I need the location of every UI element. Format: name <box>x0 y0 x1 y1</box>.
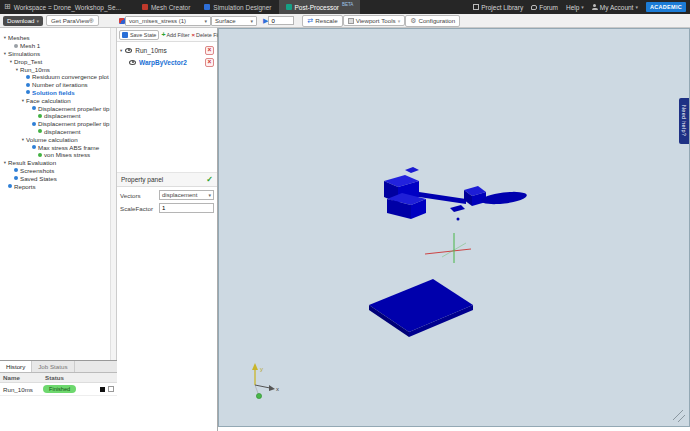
tree-item-label: Reports <box>14 183 36 190</box>
tab-label: Mesh Creator <box>151 4 190 11</box>
add-filter-button[interactable]: + Add Filter <box>161 31 189 38</box>
green-dot-icon <box>38 114 42 118</box>
drone-model <box>384 167 527 221</box>
filter-item-run-10ms[interactable]: ▾Run_10ms× <box>117 44 217 56</box>
workspace-label[interactable]: Workspace = Drone_Workshop_Se... <box>14 4 121 11</box>
download-button[interactable]: Download ▾ <box>3 16 43 26</box>
post-processor-icon <box>286 4 292 10</box>
tree-item-solution-fields[interactable]: Solution fields <box>0 89 110 97</box>
tree-item-label: Mesh 1 <box>20 42 40 49</box>
tree-item-displacement[interactable]: displacement <box>0 112 110 120</box>
tab-job-status[interactable]: Job Status <box>32 361 74 372</box>
tree-item-label: Simulations <box>8 50 40 57</box>
field-select[interactable]: von_mises_stress (1) ▾ <box>125 16 211 26</box>
blue-dot-icon <box>32 145 36 149</box>
tree-item-displacement-propeller-tip-2[interactable]: Displacement propeller tip 2 <box>0 120 110 128</box>
tree-item-label: Drop_Test <box>14 58 42 65</box>
details-icon[interactable] <box>108 386 114 392</box>
tree-item-saved-states[interactable]: Saved States <box>0 174 110 182</box>
vectors-label: Vectors <box>120 192 156 199</box>
tab-label: Post-Processor <box>295 4 339 11</box>
frame-input[interactable] <box>268 16 294 25</box>
scale-factor-input[interactable] <box>159 203 214 213</box>
top-app-bar: ⊞ Workspace = Drone_Workshop_Se... Mesh … <box>0 0 690 14</box>
delete-filter-icon[interactable]: × <box>205 58 214 67</box>
rescale-label: Rescale <box>315 17 337 24</box>
tree-item-label: Saved States <box>20 175 57 182</box>
tree-item-displacement-propeller-tip-1[interactable]: Displacement propeller tip 1 <box>0 104 110 112</box>
academic-badge: ACADEMIC <box>646 2 686 12</box>
tree-item-label: displacement <box>44 112 80 119</box>
sidebar-scrollbar[interactable] <box>110 28 117 360</box>
orientation-triad: y x <box>252 363 279 399</box>
tree-item-volume-calculation[interactable]: ▾Volume calculation <box>0 135 110 143</box>
tree-item-face-calculation[interactable]: ▾Face calculation <box>0 96 110 104</box>
visibility-eye-icon[interactable] <box>125 48 132 53</box>
delete-filter-icon[interactable]: × <box>205 46 214 55</box>
my-account-menu[interactable]: My Account ▾ <box>592 4 638 11</box>
sidebar-tree: ▾MeshesMesh 1▾Simulations▾Drop_Test▾Run_… <box>0 34 110 190</box>
workspace-grid-icon[interactable]: ⊞ <box>4 0 11 14</box>
tree-item-label: Number of iterations <box>32 81 88 88</box>
representation-select[interactable]: Surface ▾ <box>211 16 257 26</box>
tab-simulation-designer[interactable]: Simulation Designer <box>197 0 278 14</box>
vectors-select[interactable]: displacement ▾ <box>159 190 214 200</box>
tree-item-label: Residuum convergence plot <box>32 73 109 80</box>
tree-item-number-of-iterations[interactable]: Number of iterations <box>0 81 110 89</box>
tree-item-screenshots[interactable]: Screenshots <box>0 167 110 175</box>
visibility-eye-icon[interactable] <box>129 60 136 65</box>
filter-item-warpbyvector2[interactable]: WarpByVector2× <box>117 56 217 68</box>
tree-item-result-evaluation[interactable]: ▾Result Evaluation <box>0 159 110 167</box>
tree-item-reports[interactable]: Reports <box>0 182 110 190</box>
render-viewport[interactable]: y x Need help? <box>218 28 690 427</box>
viewport-tools-button[interactable]: Viewport Tools ▾ <box>343 15 406 26</box>
tree-item-displacement[interactable]: displacement <box>0 128 110 136</box>
blue-dot-icon <box>26 90 30 94</box>
expander-icon[interactable]: ▾ <box>120 48 122 53</box>
history-row[interactable]: Run_10msFinished <box>0 383 117 396</box>
project-library-link[interactable]: Project Library <box>473 4 523 11</box>
tab-history[interactable]: History <box>0 361 32 372</box>
green-dot-icon <box>38 129 42 133</box>
tree-item-residuum-convergence-plot[interactable]: Residuum convergence plot <box>0 73 110 81</box>
help-label: Help <box>566 4 579 11</box>
blue-dot-icon <box>32 106 36 110</box>
toolbar-left-group: Download ▾ Get ParaView® <box>0 15 116 26</box>
tree-item-drop-test[interactable]: ▾Drop_Test <box>0 57 110 65</box>
scale-factor-label: ScaleFactor <box>120 205 156 212</box>
chevron-down-icon: ▾ <box>398 18 401 24</box>
need-help-tab[interactable]: Need help? <box>679 98 689 144</box>
get-paraview-button[interactable]: Get ParaView® <box>46 15 99 26</box>
tree-item-von-mises-stress[interactable]: von Mises stress <box>0 151 110 159</box>
save-state-button[interactable]: Save State <box>119 30 159 40</box>
help-menu[interactable]: Help ▾ <box>566 4 584 11</box>
axis-z-dot <box>256 393 261 398</box>
column-name: Name <box>0 374 45 381</box>
gray-dot-icon <box>14 44 18 48</box>
rescale-button[interactable]: ⇄ Rescale <box>302 15 342 27</box>
resize-handle-icon[interactable] <box>673 410 685 422</box>
viewport-tools-icon <box>348 18 354 24</box>
app-tabs: Mesh Creator Simulation Designer Post-Pr… <box>135 0 360 14</box>
tree-item-label: Max stress ABS frame <box>38 144 99 151</box>
project-tree-panel: ▾MeshesMesh 1▾Simulations▾Drop_Test▾Run_… <box>0 28 110 360</box>
rescale-arrows-icon: ⇄ <box>307 17 313 25</box>
filter-item-label: WarpByVector2 <box>139 59 187 66</box>
tree-item-run-10ms[interactable]: ▾Run_10ms <box>0 65 110 73</box>
apply-check-icon[interactable]: ✓ <box>206 175 213 184</box>
stop-icon[interactable] <box>100 387 105 392</box>
blue-dot-icon <box>26 75 30 79</box>
configuration-button[interactable]: ⚙ Configuration <box>405 15 460 27</box>
tree-item-mesh-1[interactable]: Mesh 1 <box>0 42 110 50</box>
tree-item-simulations[interactable]: ▾Simulations <box>0 50 110 58</box>
tab-post-processor[interactable]: Post-Processor BETA <box>279 0 361 14</box>
my-account-label: My Account <box>600 4 634 11</box>
tree-item-meshes[interactable]: ▾Meshes <box>0 34 110 42</box>
tab-label: Simulation Designer <box>213 4 271 11</box>
tree-item-max-stress-abs-frame[interactable]: Max stress ABS frame <box>0 143 110 151</box>
tab-mesh-creator[interactable]: Mesh Creator <box>135 0 197 14</box>
save-icon <box>122 32 128 38</box>
forum-link[interactable]: Forum <box>531 4 558 11</box>
project-library-icon <box>473 4 479 10</box>
history-table-header: Name Status <box>0 373 117 383</box>
